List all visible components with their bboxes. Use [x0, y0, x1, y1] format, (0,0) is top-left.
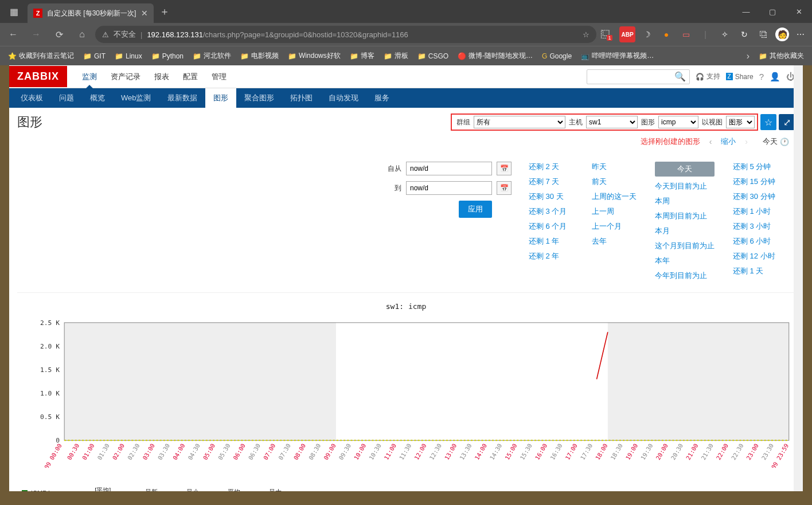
share-link[interactable]: ZShare — [726, 73, 754, 81]
quicklink[interactable]: 今天到目前为止 — [655, 181, 715, 191]
tab-overview-icon[interactable]: ▦ — [0, 0, 28, 23]
submenu-item[interactable]: 自动发现 — [321, 88, 366, 108]
bookmark-item[interactable]: 📁博客 — [346, 49, 378, 63]
submenu-item[interactable]: 概览 — [82, 88, 113, 108]
quicklink[interactable]: 本周 — [655, 196, 715, 206]
zoom-out-link[interactable]: 缩小 — [721, 136, 736, 147]
bookmark-item[interactable]: 📁滑板 — [380, 49, 412, 63]
bookmark-item[interactable]: GGoogle — [538, 50, 575, 62]
window-maximize-icon[interactable]: ▢ — [759, 0, 786, 23]
quicklink[interactable]: 上一周 — [592, 206, 637, 217]
today-tab[interactable]: 今天 🕐 — [757, 133, 795, 150]
apply-button[interactable]: 应用 — [459, 201, 492, 218]
browser-menu-icon[interactable]: ⋯ — [793, 26, 809, 42]
quicklink[interactable]: 还剩 1 天 — [733, 266, 778, 276]
url-field[interactable]: ⚠ 不安全 | 192.168.123.131/charts.php?page=… — [95, 26, 596, 43]
tab-close-icon[interactable]: ✕ — [141, 9, 148, 18]
submenu-item[interactable]: 聚合图形 — [236, 88, 282, 108]
submenu-item[interactable]: 仪表板 — [13, 88, 51, 108]
filter-group-select[interactable]: 所有 — [474, 116, 565, 128]
quicklink[interactable]: 上一个月 — [592, 221, 637, 232]
topmenu-item[interactable]: 资产记录 — [104, 66, 147, 88]
quicklink[interactable]: 还剩 3 小时 — [733, 221, 778, 232]
time-to-calendar-icon[interactable]: 📅 — [497, 181, 512, 195]
quicklink[interactable]: 还剩 15 分钟 — [733, 177, 778, 187]
topmenu-item[interactable]: 配置 — [176, 66, 205, 88]
user-icon[interactable]: 👤 — [770, 72, 780, 82]
bookmark-item[interactable]: ⭐收藏到有道云笔记 — [5, 49, 77, 63]
quicklink[interactable]: 昨天 — [592, 162, 637, 172]
bookmark-item[interactable]: 📺哔哩哔哩弹幕视频… — [577, 49, 657, 63]
new-tab-button[interactable]: ＋ — [154, 5, 175, 18]
bookmark-item[interactable]: 📁CSGO — [414, 50, 452, 62]
filter-graph-select[interactable]: icmp — [658, 116, 698, 128]
topmenu-item[interactable]: 监测 — [75, 66, 104, 88]
quicklink[interactable]: 本年 — [655, 256, 715, 266]
bookmark-other[interactable]: 📁其他收藏夹 — [755, 49, 807, 63]
bookmarks-overflow-icon[interactable]: › — [743, 51, 753, 61]
browser-tab[interactable]: Z 自定义图表 [每30秒刷新一次] ✕ — [28, 3, 154, 23]
filter-view-select[interactable]: 图形 — [726, 116, 755, 128]
search-input[interactable]: 🔍 — [587, 69, 690, 84]
quicklink[interactable]: 还剩 7 天 — [529, 177, 573, 187]
quicklink[interactable]: 去年 — [592, 236, 637, 246]
bookmark-item[interactable]: 📁GIT — [80, 50, 109, 62]
help-icon[interactable]: ? — [759, 72, 764, 81]
ext-history-icon[interactable]: ↻ — [736, 26, 752, 42]
submenu-item[interactable]: 拓扑图 — [282, 88, 321, 108]
bookmark-item[interactable]: 📁Linux — [111, 50, 146, 62]
bookmark-item[interactable]: 📁Windows好软 — [284, 49, 344, 63]
submenu-item[interactable]: 问题 — [51, 88, 82, 108]
time-to-input[interactable] — [406, 181, 492, 195]
submenu-item[interactable]: 最新数据 — [159, 88, 205, 108]
topmenu-item[interactable]: 管理 — [205, 66, 233, 88]
quicklink[interactable]: 本月 — [655, 226, 715, 236]
quicklink[interactable]: 本周到目前为止 — [655, 211, 715, 221]
quicklink[interactable]: 还剩 2 年 — [529, 251, 573, 261]
ext-icon-3[interactable]: ▭ — [678, 26, 694, 42]
quicklink[interactable]: 今年到目前为止 — [655, 271, 715, 281]
profile-avatar-icon[interactable]: 🧑 — [775, 28, 789, 41]
page-scrollbar[interactable] — [794, 65, 803, 491]
window-minimize-icon[interactable]: — — [733, 0, 759, 23]
ext-downloads-icon[interactable]: ⿻ — [756, 26, 772, 42]
ext-feedback-icon[interactable]: ✧ — [717, 26, 733, 42]
bookmark-item[interactable]: 🔴微博-随时随地发现… — [454, 49, 536, 63]
quicklink[interactable]: 前天 — [592, 177, 637, 187]
quicklink[interactable]: 上周的这一天 — [592, 191, 637, 202]
quicklink[interactable]: 还剩 6 个月 — [529, 221, 573, 232]
support-link[interactable]: 🎧支持 — [696, 72, 720, 81]
nav-reload-icon[interactable]: ⟳ — [49, 25, 69, 44]
time-prev-icon[interactable]: ‹ — [707, 135, 715, 148]
topmenu-item[interactable]: 报表 — [147, 66, 176, 88]
submenu-item[interactable]: Web监测 — [113, 88, 159, 108]
nav-home-icon[interactable]: ⌂ — [72, 25, 92, 44]
filter-host-select[interactable]: sw1 — [586, 116, 638, 128]
quicklink[interactable]: 今天 — [655, 162, 715, 177]
bookmark-item[interactable]: 📁电影视频 — [237, 49, 282, 63]
quicklink[interactable]: 还剩 2 天 — [529, 162, 573, 172]
fullscreen-button[interactable]: ⤢ — [779, 114, 795, 130]
submenu-item[interactable]: 服务 — [366, 88, 397, 108]
favorite-button[interactable]: ☆ — [760, 114, 776, 130]
quicklink[interactable]: 还剩 12 小时 — [733, 251, 778, 261]
bookmark-item[interactable]: 📁Python — [148, 50, 187, 62]
quicklink[interactable]: 还剩 3 个月 — [529, 206, 573, 217]
window-close-icon[interactable]: ✕ — [786, 0, 812, 23]
favorite-star-icon[interactable]: ☆ — [583, 30, 590, 39]
zabbix-logo[interactable]: ZABBIX — [9, 66, 67, 87]
quicklink[interactable]: 还剩 1 年 — [529, 236, 573, 246]
quicklink[interactable]: 还剩 1 小时 — [733, 206, 778, 217]
submenu-item[interactable]: 图形 — [205, 88, 236, 108]
ext-icon-2[interactable]: ● — [658, 26, 674, 42]
quicklink[interactable]: 还剩 5 分钟 — [733, 162, 778, 172]
quicklink[interactable]: 还剩 6 小时 — [733, 236, 778, 246]
nav-back-icon[interactable]: ← — [3, 25, 23, 44]
quicklink[interactable]: 这个月到目前为止 — [655, 241, 715, 251]
bookmark-item[interactable]: 📁河北软件 — [189, 49, 235, 63]
time-from-calendar-icon[interactable]: 📅 — [497, 162, 512, 175]
time-from-input[interactable] — [406, 162, 492, 175]
ext-icon-1[interactable]: ☽ — [639, 26, 655, 42]
quicklink[interactable]: 还剩 30 天 — [529, 191, 573, 202]
ext-abp-icon[interactable]: ABP — [619, 26, 635, 42]
